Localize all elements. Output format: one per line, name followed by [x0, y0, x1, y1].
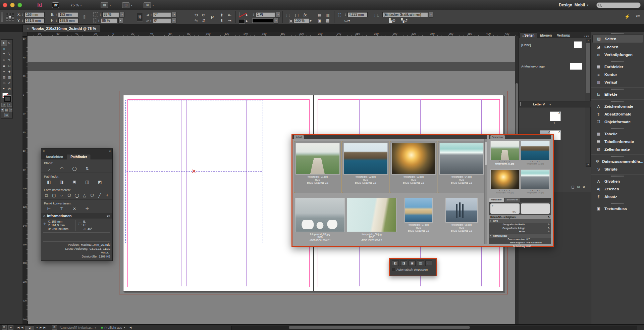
content-thumbnail-item[interactable]: fotoprojekt_03.jpgRGBsRGB IEC61966-2.1 [390, 141, 437, 193]
preview-thumbnail-item[interactable]: • • • • •fotoprojekt_01.jpg [490, 141, 520, 165]
formatting-text-button[interactable]: T [7, 103, 12, 107]
rectangle-frame-tool[interactable]: ⊠ [1, 63, 7, 69]
master-a-left-thumbnail[interactable] [570, 63, 576, 70]
center-content-button[interactable]: ▭ [425, 261, 432, 266]
metadata-section-header[interactable]: GPS [489, 219, 551, 223]
direct-selection-tool[interactable]: ▷ [7, 40, 12, 46]
edit-pencil-icon[interactable]: ✎ [548, 227, 550, 230]
expand-panels-icon[interactable]: » [584, 35, 585, 38]
page-dropdown-icon[interactable]: ▼ [36, 327, 38, 329]
wrap-none-button[interactable]: ▤ [317, 13, 323, 17]
orthogonal-line-icon[interactable]: + [103, 193, 111, 198]
dock-item-verlauf[interactable]: ▥Verlauf [592, 78, 643, 86]
master-none-thumbnail[interactable] [574, 41, 582, 48]
smooth-point-icon[interactable]: ✕ [68, 206, 81, 211]
note-tool[interactable]: ▭ [1, 80, 7, 86]
dock-item-absatzformate[interactable]: ¶Absatzformate [592, 110, 643, 118]
first-page-button[interactable]: |◀ [17, 326, 19, 329]
master-a-row[interactable]: A-Mustervorlage [519, 61, 591, 72]
arrange-documents-dropdown[interactable]: ⊞▾ [144, 2, 154, 8]
select-content-button[interactable]: ⬇ [219, 18, 225, 23]
stroke-weight-field[interactable]: 1 Pt [256, 12, 275, 17]
next-page-button[interactable]: ▶ [40, 326, 42, 329]
tab-pathfinder[interactable]: Pathfinder [67, 154, 91, 159]
stroke-type-dropdown[interactable] [252, 18, 273, 23]
symmetrical-point-icon[interactable]: ✛ [81, 206, 94, 211]
zoom-window-button[interactable] [17, 3, 22, 7]
object-style-dropdown[interactable]: [Einfacher Grafikrahmen] [382, 12, 428, 17]
fill-color-swatch[interactable] [239, 19, 245, 23]
redefine-style-button[interactable]: ▚↺ [401, 18, 407, 23]
hand-tool[interactable]: ☛ [1, 86, 7, 92]
free-transform-tool[interactable]: ◈ [7, 69, 12, 75]
corner-shape-dropdown[interactable]: ▭▾ [344, 18, 350, 23]
rotation-angle-field[interactable]: 0° [153, 12, 171, 17]
dock-group-grip[interactable] [591, 175, 644, 177]
dock-item-effekte[interactable]: fxEffekte [592, 90, 643, 98]
dock-item-zellenformate[interactable]: ▧Zellenformate [592, 145, 643, 153]
dock-group-grip[interactable] [591, 100, 644, 102]
minus-back-icon[interactable]: ◩ [94, 179, 106, 185]
edit-pencil-icon[interactable]: ✎ [548, 230, 550, 234]
scissors-tool[interactable]: ✂ [1, 69, 7, 75]
preview-thumbnail-item[interactable]: • • • • •fotoprojekt_02.jpg [521, 141, 550, 165]
dock-item-skripte[interactable]: SSkripte [592, 165, 643, 173]
reverse-path-icon[interactable]: ⇅ [81, 166, 94, 171]
page-1-label[interactable]: 1 [553, 122, 555, 125]
screen-mode-button[interactable]: ◫ [4, 113, 9, 117]
corner-point-icon[interactable]: ⊤ [55, 206, 68, 211]
stroke-swatch[interactable] [4, 96, 11, 102]
gradient-swatch-tool[interactable]: ▤ [1, 75, 7, 80]
view-options-dropdown[interactable]: ▤▾ [101, 2, 111, 8]
open-path-icon[interactable]: ◠ [55, 166, 68, 171]
fit-content-to-frame-button[interactable]: ◫ [417, 261, 424, 266]
scroll-down-icon[interactable]: ▼ [586, 163, 590, 167]
pencil-tool[interactable]: ✎ [7, 57, 12, 63]
dock-group-grip[interactable] [591, 202, 644, 205]
vertical-ruler[interactable]: 604020020406080100120140160180200220240 [22, 36, 28, 324]
fit-frame-to-content-button[interactable]: ▣ [409, 261, 416, 266]
stroke-color-swatch-none[interactable] [239, 12, 239, 17]
preview-thumbnail-item[interactable]: • • • • •fotoprojekt_04.jpg [521, 170, 550, 194]
tab-ausrichten[interactable]: Ausrichten [42, 154, 66, 159]
fill-stroke-proxy[interactable] [2, 93, 11, 102]
edit-pencil-icon[interactable]: ✎ [548, 223, 550, 227]
workspace-switcher[interactable]: Design_Mobil▾ [559, 3, 588, 7]
dock-item-seiten[interactable]: ▤Seiten [592, 35, 643, 43]
selection-tool[interactable]: ➤ [1, 40, 7, 46]
flip-vertical-button[interactable]: ⇵ [201, 18, 207, 23]
close-document-icon[interactable]: × [27, 27, 29, 31]
fill-swatch-arrow[interactable]: ▶ [246, 19, 248, 22]
content-thumbnail-item[interactable]: fotoprojekt_08.jpgRGBsRGB IEC61966-2.1 [440, 196, 483, 243]
tab-inhalt[interactable]: Inhalt [294, 135, 304, 139]
formatting-container-button[interactable]: ⊡ [1, 103, 6, 107]
gradient-feather-tool[interactable]: ▥ [7, 75, 12, 80]
preview-thumbnail-item[interactable]: • • • • •fotoprojekt_03.jpg [490, 170, 520, 194]
quick-apply-icon[interactable]: ⚡ [625, 14, 630, 19]
wrap-jump-button[interactable]: ▩ [325, 18, 331, 23]
content-thumbnail-item[interactable]: fotoprojekt_06.jpgRGBsRGB IEC61966-2.1 [346, 196, 397, 243]
content-thumbnail-item[interactable]: fotoprojekt_05.jpgRGBsRGB IEC61966-2.1 [294, 196, 345, 243]
join-path-icon[interactable]: ◞ [43, 166, 55, 171]
info-panel-header[interactable]: ◇ Informationen ▾≡ [41, 213, 112, 219]
dock-group-grip[interactable] [591, 88, 644, 90]
rounded-rectangle-icon[interactable]: ▢ [50, 193, 58, 198]
type-tool[interactable]: T [1, 52, 7, 57]
new-page-button[interactable]: ⊞ [577, 185, 580, 189]
zoom-level-dropdown[interactable]: 75 %▾ [70, 3, 82, 7]
master-a-right-thumbnail[interactable] [576, 63, 582, 70]
content-thumbnails-area[interactable]: fotoprojekt_01.jpgRGBsRGB IEC61966-2.1fo… [292, 139, 484, 244]
close-panel-icon[interactable]: × [43, 149, 45, 153]
screen-mode-dropdown[interactable]: ◫▾ [122, 2, 132, 8]
minimize-window-button[interactable] [10, 3, 15, 7]
apply-gradient-button[interactable]: ▤ [5, 108, 8, 112]
effects-menu-button[interactable]: fx. [303, 13, 309, 17]
pen-tool[interactable]: ✒ [1, 57, 7, 63]
stroke-swatch-arrow[interactable]: ▶ [246, 13, 248, 16]
content-thumbnail-item[interactable]: fotoprojekt_04.jpgRGBsRGB IEC61966-2.1 [438, 141, 485, 193]
dock-item-textumfluss[interactable]: ▣Textumfluss [592, 205, 643, 213]
eyedropper-tool[interactable]: ✐ [7, 80, 12, 86]
pages-scrollbar-thumb[interactable] [586, 43, 590, 93]
dock-item-verknpfungen[interactable]: ∞Verknüpfungen [592, 51, 643, 58]
fit-content-proportionally-button[interactable]: ◨ [400, 261, 407, 266]
